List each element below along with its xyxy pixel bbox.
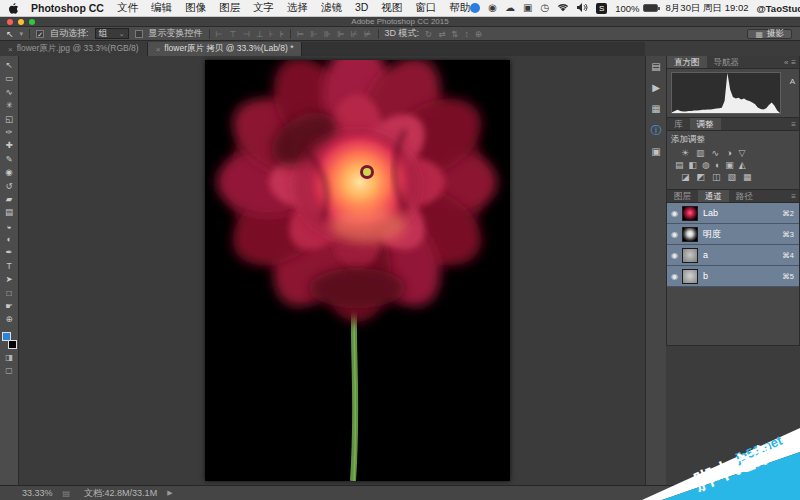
brightness-contrast-icon[interactable]: ☀ xyxy=(681,149,689,158)
tab-adjustments[interactable]: 调整 xyxy=(690,118,721,130)
input-method-icon[interactable]: S xyxy=(596,3,607,14)
align-left-icon[interactable]: ⊢ xyxy=(216,29,223,39)
display-app-icon[interactable]: ▣ xyxy=(523,3,532,13)
history-brush-tool[interactable]: ↺ xyxy=(1,180,18,193)
brush-tool[interactable]: ✎ xyxy=(1,153,18,166)
tab-libraries[interactable]: 库 xyxy=(667,118,690,130)
3d-rotate-icon[interactable]: ↻ xyxy=(425,29,432,39)
exposure-icon[interactable]: ◑ xyxy=(726,149,731,158)
swatches-panel-icon[interactable]: ▤ xyxy=(651,62,660,72)
menu-item-image[interactable]: 图像 xyxy=(185,1,206,15)
rectangle-shape-tool[interactable]: □ xyxy=(1,287,18,300)
align-center-h-icon[interactable]: ⊤ xyxy=(229,29,236,39)
path-selection-tool[interactable]: ➤ xyxy=(1,273,18,286)
hue-saturation-icon[interactable]: ▤ xyxy=(675,161,684,170)
gradient-map-icon[interactable]: ▧ xyxy=(728,173,737,182)
spot-healing-tool[interactable]: ✚ xyxy=(1,139,18,152)
menu-item-select[interactable]: 选择 xyxy=(287,1,308,15)
3d-zoom-icon[interactable]: ⊕ xyxy=(475,29,482,39)
panel-menu-icon[interactable]: ≡ xyxy=(791,192,796,201)
3d-slide-icon[interactable]: ↕ xyxy=(464,29,468,39)
styles-panel-icon[interactable]: ▦ xyxy=(651,104,660,114)
tab-histogram[interactable]: 直方图 xyxy=(667,56,707,68)
channel-row-lab[interactable]: ◉ Lab ⌘2 xyxy=(667,203,799,224)
preset-caret-icon[interactable]: ▾ xyxy=(20,30,24,38)
collapse-panels-icon[interactable]: « xyxy=(784,58,788,67)
document-tab-copy[interactable]: × flower原片 拷贝 @ 33.3%(Lab/8) * xyxy=(148,42,303,56)
status-options-arrow-icon[interactable]: ▶ xyxy=(167,489,172,497)
black-white-icon[interactable]: ◍ xyxy=(702,161,710,170)
align-middle-icon[interactable]: ⊦ xyxy=(269,29,273,39)
lasso-tool[interactable]: ∿ xyxy=(1,86,18,99)
histogram-refresh-warning[interactable]: A xyxy=(790,77,795,86)
eyedropper-tool[interactable]: ✑ xyxy=(1,126,18,139)
cloud-app-icon[interactable]: ☁ xyxy=(505,3,515,13)
align-top-icon[interactable]: ⊥ xyxy=(256,29,263,39)
tab-channels[interactable]: 通道 xyxy=(698,190,729,202)
rectangular-marquee-tool[interactable]: ▭ xyxy=(1,72,18,85)
clone-stamp-tool[interactable]: ◉ xyxy=(1,166,18,179)
blur-tool[interactable]: ◒ xyxy=(1,220,18,233)
libraries-panel-icon[interactable]: ▣ xyxy=(651,147,660,157)
distribute-bottom-icon[interactable]: ⊪ xyxy=(324,29,331,39)
background-color-swatch[interactable] xyxy=(8,340,17,349)
dodge-tool[interactable]: ◐ xyxy=(1,233,18,246)
time-machine-icon[interactable]: ◷ xyxy=(541,3,550,13)
posterize-icon[interactable]: ◩ xyxy=(697,173,706,182)
quick-selection-tool[interactable]: ✳ xyxy=(1,99,18,112)
document-image[interactable] xyxy=(205,60,510,481)
channel-row-a[interactable]: ◉ a ⌘4 xyxy=(667,245,799,266)
tab-paths[interactable]: 路径 xyxy=(729,190,760,202)
crop-tool[interactable]: ◱ xyxy=(1,113,18,126)
visibility-eye-icon[interactable]: ◉ xyxy=(667,272,682,281)
distribute-middle-icon[interactable]: ⊩ xyxy=(310,29,317,39)
channel-row-lightness[interactable]: ◉ 明度 ⌘3 xyxy=(667,224,799,245)
auto-select-dropdown[interactable]: 组 ⌄ xyxy=(95,28,129,39)
apple-logo-icon[interactable] xyxy=(8,2,19,14)
menubar-clock[interactable]: 8月30日 周日 19:02 xyxy=(666,2,749,15)
gradient-tool[interactable]: ▤ xyxy=(1,206,18,219)
distribute-left-icon[interactable]: ⊫ xyxy=(337,29,344,39)
curves-icon[interactable]: ∿ xyxy=(712,149,720,158)
menu-item-file[interactable]: 文件 xyxy=(117,1,138,15)
document-tab-original[interactable]: × flower原片.jpg @ 33.3%(RGB/8) xyxy=(0,42,148,56)
levels-icon[interactable]: ▥ xyxy=(696,149,705,158)
workspace-switcher-button[interactable]: ▦ 摄影 xyxy=(747,29,792,39)
distribute-center-icon[interactable]: ⊬ xyxy=(351,29,358,39)
visibility-eye-icon[interactable]: ◉ xyxy=(667,230,682,239)
move-tool[interactable]: ↖ xyxy=(1,59,18,72)
info-panel-icon[interactable]: ⓘ xyxy=(651,125,662,136)
menu-item-view[interactable]: 视图 xyxy=(381,1,402,15)
auto-select-checkbox[interactable]: ✓ xyxy=(36,30,44,38)
wifi-icon[interactable] xyxy=(557,3,569,14)
show-transform-checkbox[interactable] xyxy=(135,30,143,38)
channel-mixer-icon[interactable]: ▣ xyxy=(725,161,734,170)
move-tool-preset-icon[interactable]: ↖ xyxy=(6,29,14,39)
screen-mode-button[interactable]: ▢ xyxy=(1,364,18,377)
menu-item-help[interactable]: 帮助 xyxy=(449,1,470,15)
actions-panel-icon[interactable]: ▶ xyxy=(652,83,660,93)
volume-icon[interactable] xyxy=(577,3,588,14)
threshold-icon[interactable]: ◫ xyxy=(712,173,721,182)
channel-row-b[interactable]: ◉ b ⌘5 xyxy=(667,266,799,287)
menu-item-layer[interactable]: 图层 xyxy=(219,1,240,15)
visibility-eye-icon[interactable]: ◉ xyxy=(667,251,682,260)
3d-roll-icon[interactable]: ⇄ xyxy=(438,29,445,39)
status-app-icon[interactable]: ◉ xyxy=(488,3,497,13)
tab-layers[interactable]: 图层 xyxy=(667,190,698,202)
menu-item-window[interactable]: 窗口 xyxy=(415,1,436,15)
distribute-top-icon[interactable]: ⊨ xyxy=(297,29,304,39)
align-bottom-icon[interactable]: ⊧ xyxy=(280,29,284,39)
type-tool[interactable]: T xyxy=(1,260,18,273)
menu-item-filter[interactable]: 滤镜 xyxy=(321,1,342,15)
color-lookup-icon[interactable]: ◭ xyxy=(739,161,746,170)
photo-filter-icon[interactable]: ◐ xyxy=(715,161,720,170)
zoom-level-field[interactable]: 33.33% xyxy=(22,488,53,498)
3d-pan-icon[interactable]: ⇅ xyxy=(451,29,458,39)
color-balance-icon[interactable]: ◧ xyxy=(689,161,698,170)
distribute-right-icon[interactable]: ⊭ xyxy=(364,29,371,39)
align-right-icon[interactable]: ⊣ xyxy=(242,29,249,39)
menu-item-type[interactable]: 文字 xyxy=(253,1,274,15)
status-app-blue-icon[interactable] xyxy=(470,3,480,13)
close-tab-icon[interactable]: × xyxy=(156,45,161,54)
